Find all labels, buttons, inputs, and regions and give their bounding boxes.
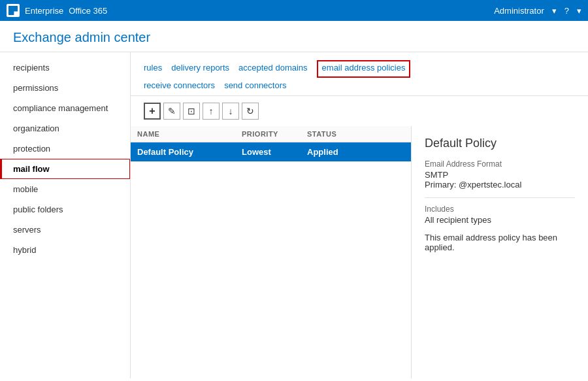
refresh-icon: ↻ xyxy=(246,106,254,116)
tab-rules[interactable]: rules xyxy=(144,60,169,78)
add-button[interactable]: + xyxy=(144,103,161,120)
sidebar-item-compliance-management[interactable]: compliance management xyxy=(0,98,130,118)
subnav-row-1: rules delivery reports accepted domains … xyxy=(144,60,575,78)
tab-email-address-policies[interactable]: email address policies xyxy=(317,60,411,78)
down-icon: ↓ xyxy=(229,106,233,116)
sidebar-item-organization[interactable]: organization xyxy=(0,118,130,139)
up-icon: ↑ xyxy=(209,106,214,116)
help-button[interactable]: ? xyxy=(564,6,569,16)
delete-icon: ⊡ xyxy=(188,106,195,116)
topbar-dropdown-icon[interactable]: ▾ xyxy=(552,6,557,16)
col-header-status: STATUS xyxy=(307,130,372,138)
sidebar-item-mobile[interactable]: mobile xyxy=(0,179,130,199)
detail-includes-value: All recipient types xyxy=(425,215,575,225)
table-pane: NAME PRIORITY STATUS Default Policy Lowe… xyxy=(131,126,412,378)
tab-send-connectors[interactable]: send connectors xyxy=(224,78,293,95)
edit-icon: ✎ xyxy=(168,106,176,116)
row-status: Applied xyxy=(307,147,372,157)
detail-email-format-value: SMTP Primary: @xpertstec.local xyxy=(425,170,575,190)
subnav-row-2: receive connectors send connectors xyxy=(144,78,575,95)
product-office365: Office 365 xyxy=(69,6,107,16)
topbar-more-icon[interactable]: ▾ xyxy=(577,6,581,16)
topbar-right: Administrator ▾ ? ▾ xyxy=(494,6,581,16)
detail-title: Default Policy xyxy=(425,137,575,150)
tab-receive-connectors[interactable]: receive connectors xyxy=(144,78,221,95)
sidebar-item-servers[interactable]: servers xyxy=(0,220,130,240)
tab-accepted-domains[interactable]: accepted domains xyxy=(238,60,314,78)
sidebar-item-hybrid[interactable]: hybrid xyxy=(0,240,130,260)
admin-user[interactable]: Administrator xyxy=(494,6,544,16)
move-down-button[interactable]: ↓ xyxy=(222,103,239,120)
delete-button[interactable]: ⊡ xyxy=(183,103,200,120)
table-row[interactable]: Default Policy Lowest Applied xyxy=(131,142,411,161)
content-area: NAME PRIORITY STATUS Default Policy Lowe… xyxy=(131,126,588,378)
row-priority: Lowest xyxy=(242,147,307,157)
sidebar-item-mail-flow[interactable]: mail flow xyxy=(0,159,130,179)
edit-button[interactable]: ✎ xyxy=(163,103,180,120)
move-up-button[interactable]: ↑ xyxy=(203,103,220,120)
detail-pane: Default Policy Email Address Format SMTP… xyxy=(412,126,588,378)
col-header-priority: PRIORITY xyxy=(242,130,307,138)
tab-delivery-reports[interactable]: delivery reports xyxy=(171,60,236,78)
sidebar-item-public-folders[interactable]: public folders xyxy=(0,199,130,220)
subnav: rules delivery reports accepted domains … xyxy=(131,52,588,96)
layout: recipients permissions compliance manage… xyxy=(0,52,588,378)
detail-note: This email address policy has been appli… xyxy=(425,233,575,252)
detail-separator xyxy=(425,197,575,198)
sidebar: recipients permissions compliance manage… xyxy=(0,52,131,378)
product-enterprise: Enterprise xyxy=(25,6,63,16)
detail-primary: Primary: @xpertstec.local xyxy=(425,180,521,190)
office-logo xyxy=(7,4,20,17)
topbar-left: Enterprise Office 365 xyxy=(7,4,107,17)
detail-includes-label: Includes xyxy=(425,205,575,214)
table-header: NAME PRIORITY STATUS xyxy=(131,126,411,142)
sidebar-item-protection[interactable]: protection xyxy=(0,139,130,159)
refresh-button[interactable]: ↻ xyxy=(242,103,259,120)
sidebar-item-recipients[interactable]: recipients xyxy=(0,58,130,78)
page-header: Exchange admin center xyxy=(0,21,588,52)
toolbar: + ✎ ⊡ ↑ ↓ ↻ xyxy=(131,96,588,126)
sidebar-item-permissions[interactable]: permissions xyxy=(0,78,130,98)
col-header-name: NAME xyxy=(137,130,242,138)
detail-smtp: SMTP xyxy=(425,170,448,180)
detail-email-format-label: Email Address Format xyxy=(425,159,575,169)
page-title: Exchange admin center xyxy=(13,30,150,44)
row-name: Default Policy xyxy=(137,147,242,157)
topbar: Enterprise Office 365 Administrator ▾ ? … xyxy=(0,0,588,21)
main-content: rules delivery reports accepted domains … xyxy=(131,52,588,378)
